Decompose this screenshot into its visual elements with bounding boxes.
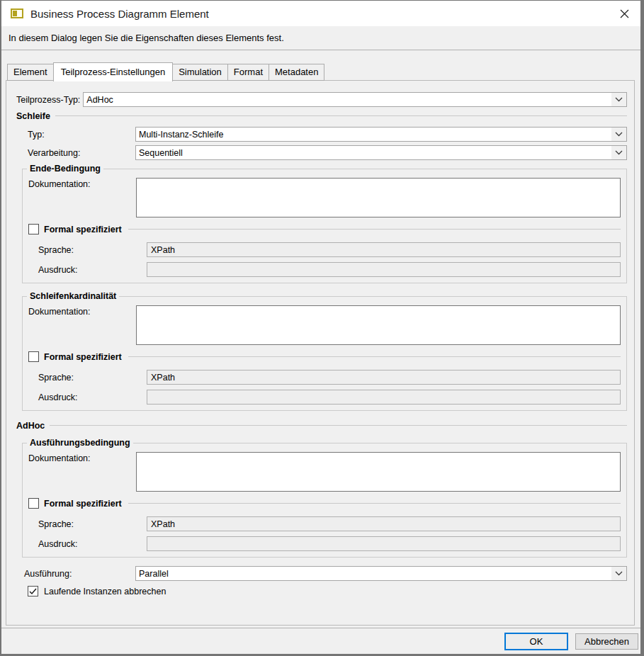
section-rule [55,115,627,116]
group-ende-bedingung-title: Ende-Bedingung [27,164,103,174]
dialog-description: In diesem Dialog legen Sie die Eigenscha… [1,26,640,50]
button-bar: OK Abbrechen [1,628,640,654]
subprocess-app-icon [11,9,23,18]
teilprozess-typ-label: Teilprozess-Typ: [16,95,83,105]
section-adhoc: AdHoc [16,420,627,431]
ausf-ausdruck-row: Ausdruck: [28,536,621,551]
chevron-down-icon [615,132,623,137]
ende-formal-row: Formal spezifiziert [28,224,621,234]
kard-ausdruck-label: Ausdruck: [38,392,147,402]
ende-sprache-input: XPath [147,242,621,257]
ausf-formal-spezifiziert-checkbox[interactable] [28,498,39,509]
teilprozess-typ-row: Teilprozess-Typ: AdHoc [16,92,627,107]
section-rule [128,503,621,504]
ende-formal-spezifiziert-label: Formal spezifiziert [44,225,122,234]
laufende-instanzen-checkbox[interactable] [28,586,38,596]
tab-simulation[interactable]: Simulation [172,64,228,81]
kard-formal-row: Formal spezifiziert [28,351,621,362]
section-schleife: Schleife [16,111,627,121]
title-bar: Business Process Diagramm Element [1,1,640,26]
tab-element[interactable]: Element [7,64,54,81]
kard-sprache-label: Sprache: [38,373,147,383]
ausf-formal-spezifiziert-label: Formal spezifiziert [44,499,122,509]
ende-dokumentation-textarea[interactable] [136,178,621,217]
combo-dropdown-button[interactable] [611,567,626,580]
dialog-content: Element Teilprozess-Einstellungen Simula… [1,50,640,628]
ausf-dokumentation-row: Dokumentation: [28,452,621,492]
cancel-button[interactable]: Abbrechen [575,633,638,650]
combo-dropdown-button[interactable] [611,146,626,159]
ende-formal-spezifiziert-checkbox[interactable] [28,224,39,234]
typ-value: Multi-Instanz-Schleife [136,130,611,140]
ok-button[interactable]: OK [504,633,568,650]
ende-ausdruck-label: Ausdruck: [38,265,147,275]
ausf-sprache-row: Sprache: XPath [28,516,621,531]
typ-label: Typ: [28,130,135,140]
tab-format[interactable]: Format [227,64,269,81]
kard-formal-spezifiziert-label: Formal spezifiziert [44,352,122,362]
combo-dropdown-button[interactable] [611,128,626,141]
close-icon [620,9,629,18]
combo-dropdown-button[interactable] [611,93,626,106]
teilprozess-typ-value: AdHoc [84,95,611,105]
ausf-sprache-label: Sprache: [38,519,147,529]
dialog-window: Business Process Diagramm Element In die… [0,0,644,656]
kard-dokumentation-row: Dokumentation: [28,305,621,345]
verarbeitung-label: Verarbeitung: [28,148,135,158]
ausf-ausdruck-input [147,536,621,551]
checkmark-icon [29,588,37,595]
chevron-down-icon [615,150,623,155]
ende-sprache-row: Sprache: XPath [28,242,621,257]
ausf-dokumentation-label: Dokumentation: [28,452,136,463]
ausf-ausdruck-label: Ausdruck: [38,539,147,549]
ausfuehrung-row: Ausführung: Parallel [16,566,627,581]
section-rule [128,356,621,357]
teilprozess-typ-combobox[interactable]: AdHoc [83,92,627,107]
group-ende-bedingung: Ende-Bedingung Dokumentation: Formal spe… [22,169,627,283]
kard-ausdruck-row: Ausdruck: [28,390,621,405]
group-ausfuehrungsbedingung-title: Ausführungsbedingung [27,438,133,448]
kard-ausdruck-input [147,390,621,405]
section-schleife-title: Schleife [16,111,50,121]
tab-strip: Element Teilprozess-Einstellungen Simula… [6,62,635,81]
dialog-description-text: In diesem Dialog legen Sie die Eigenscha… [9,33,284,43]
laufende-instanzen-row: Laufende Instanzen abbrechen [16,586,627,596]
ende-ausdruck-input [147,262,621,277]
kard-sprache-input: XPath [147,370,621,385]
tab-metadaten[interactable]: Metadaten [269,64,324,81]
ausfuehrung-value: Parallel [136,569,611,579]
ausf-dokumentation-textarea[interactable] [136,452,621,492]
ende-ausdruck-row: Ausdruck: [28,262,621,277]
group-schleifenkardinalitaet-title: Schleifenkardinalität [27,291,119,301]
verarbeitung-row: Verarbeitung: Sequentiell [16,145,627,160]
ausf-sprache-input: XPath [147,516,621,531]
chevron-down-icon [615,97,623,102]
kard-dokumentation-textarea[interactable] [136,305,621,345]
verarbeitung-value: Sequentiell [136,148,611,158]
group-ausfuehrungsbedingung: Ausführungsbedingung Dokumentation: Form… [22,443,627,558]
ausfuehrung-combobox[interactable]: Parallel [135,566,627,581]
ende-sprache-label: Sprache: [38,245,147,255]
typ-row: Typ: Multi-Instanz-Schleife [16,127,627,142]
ausf-formal-row: Formal spezifiziert [28,498,621,509]
chevron-down-icon [615,571,623,576]
typ-combobox[interactable]: Multi-Instanz-Schleife [135,127,627,142]
kard-formal-spezifiziert-checkbox[interactable] [28,351,39,362]
tab-panel: Teilprozess-Typ: AdHoc Schleife Typ: Mul… [6,80,635,626]
tab-teilprozess-einstellungen[interactable]: Teilprozess-Einstellungen [53,62,173,81]
kard-dokumentation-label: Dokumentation: [28,305,136,317]
ende-dokumentation-row: Dokumentation: [28,178,621,217]
ausfuehrung-label: Ausführung: [16,569,135,579]
kard-sprache-row: Sprache: XPath [28,370,621,385]
section-rule [128,229,621,230]
close-button[interactable] [616,6,632,21]
laufende-instanzen-label: Laufende Instanzen abbrechen [44,587,166,596]
window-title: Business Process Diagramm Element [30,8,209,20]
section-adhoc-title: AdHoc [16,421,45,431]
verarbeitung-combobox[interactable]: Sequentiell [135,145,627,160]
section-rule [50,425,627,426]
ende-dokumentation-label: Dokumentation: [28,178,136,189]
group-schleifenkardinalitaet: Schleifenkardinalität Dokumentation: For… [22,296,627,411]
